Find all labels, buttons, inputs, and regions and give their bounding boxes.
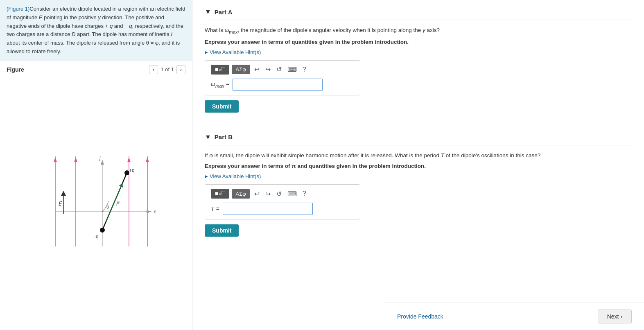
svg-point-19: [100, 228, 105, 233]
figure-next-button[interactable]: ›: [176, 65, 185, 74]
part-a-toolbar: ■√□ ΑΣφ ↩ ↪ ↺ ⌨ ?: [211, 65, 354, 75]
part-b-help-button[interactable]: ?: [301, 189, 308, 198]
part-a-header: ▼ Part A: [205, 4, 632, 20]
part-b-sqrt-button[interactable]: ■√□: [211, 189, 229, 199]
part-a-hint-link[interactable]: View Available Hint(s): [205, 49, 632, 55]
svg-marker-5: [74, 157, 77, 162]
svg-marker-6: [127, 157, 131, 162]
figure-nav: ‹ 1 of 1 ›: [149, 65, 185, 74]
part-divider: [205, 121, 632, 121]
part-b-undo-button[interactable]: ↩: [253, 189, 261, 199]
svg-line-21: [106, 185, 122, 221]
part-a-undo-button[interactable]: ↩: [253, 65, 261, 74]
part-a-answer-row: ωmax =: [211, 79, 354, 91]
part-a-label: Part A: [215, 9, 233, 16]
part-a-redo-button[interactable]: ↪: [264, 65, 272, 74]
svg-text:x: x: [153, 209, 156, 215]
part-b-answer-row: T =: [211, 203, 354, 215]
part-b-answer-input[interactable]: [223, 203, 313, 215]
part-b-hint-link[interactable]: View Available Hint(s): [205, 173, 632, 179]
figure-canvas: x ĵ E⃗ +q -: [7, 77, 185, 326]
part-b-toolbar: ■√□ ΑΣφ ↩ ↪ ↺ ⌨ ?: [211, 189, 354, 199]
svg-marker-9: [147, 210, 151, 213]
part-b-collapse-arrow[interactable]: ▼: [205, 133, 211, 141]
figure-prev-button[interactable]: ‹: [149, 65, 158, 74]
part-b-keyboard-button[interactable]: ⌨: [286, 189, 298, 199]
svg-text:-q: -q: [94, 234, 99, 240]
part-b-answer-box: ■√□ ΑΣφ ↩ ↪ ↺ ⌨ ? T =: [205, 184, 360, 219]
figure-page: 1 of 1: [160, 66, 174, 72]
svg-marker-4: [54, 157, 57, 162]
part-a-help-button[interactable]: ?: [301, 65, 308, 74]
figure-section: Figure ‹ 1 of 1 ›: [0, 61, 192, 330]
part-b-question: If φ is small, the dipole will exhibit s…: [205, 151, 632, 160]
part-b-instruction: Express your answer in terms of π and qu…: [205, 163, 632, 169]
svg-text:ĵ: ĵ: [99, 155, 101, 161]
part-b-reset-button[interactable]: ↺: [275, 189, 283, 199]
part-a-question: What is ωmax, the magnitude of the dipol…: [205, 26, 632, 36]
next-button[interactable]: Next ›: [598, 310, 632, 323]
svg-text:P⃗: P⃗: [116, 201, 120, 207]
part-b-header: ▼ Part B: [205, 129, 632, 145]
svg-text:+q: +q: [129, 167, 135, 173]
provide-feedback-link[interactable]: Provide Feedback: [397, 313, 443, 320]
right-panel: ▼ Part A What is ωmax, the magnitude of …: [192, 0, 644, 330]
footer-bar: Provide Feedback Next ›: [385, 303, 644, 330]
part-a-answer-box: ■√□ ΑΣφ ↩ ↪ ↺ ⌨ ? ωmax =: [205, 60, 360, 95]
problem-text: (Figure 1)Consider an electric dipole lo…: [0, 0, 192, 61]
figure-ref: (Figure 1): [7, 6, 29, 12]
part-b-label: Part B: [215, 133, 233, 140]
part-b-redo-button[interactable]: ↪: [264, 189, 272, 199]
part-a-symbols-button[interactable]: ΑΣφ: [232, 65, 250, 74]
part-b-submit-button[interactable]: Submit: [205, 224, 239, 237]
part-a-answer-input[interactable]: [233, 79, 323, 91]
svg-text:E⃗: E⃗: [58, 201, 62, 207]
part-a-collapse-arrow[interactable]: ▼: [205, 8, 211, 16]
svg-marker-7: [146, 157, 149, 162]
svg-text:θ: θ: [106, 205, 109, 210]
part-b-section: ▼ Part B If φ is small, the dipole will …: [205, 129, 632, 237]
part-a-submit-button[interactable]: Submit: [205, 100, 239, 113]
part-a-instruction: Express your answer in terms of quantiti…: [205, 39, 632, 45]
part-a-keyboard-button[interactable]: ⌨: [286, 65, 298, 74]
part-a-reset-button[interactable]: ↺: [275, 65, 283, 74]
figure-svg: x ĵ E⃗ +q -: [31, 148, 162, 255]
part-a-section: ▼ Part A What is ωmax, the magnitude of …: [205, 4, 632, 113]
svg-marker-12: [101, 160, 104, 165]
part-b-answer-label: T =: [211, 206, 219, 212]
part-a-answer-label: ωmax =: [211, 81, 229, 88]
part-a-sqrt-button[interactable]: ■√□: [211, 65, 229, 75]
figure-title: Figure: [7, 66, 24, 73]
part-b-symbols-button[interactable]: ΑΣφ: [232, 189, 250, 199]
